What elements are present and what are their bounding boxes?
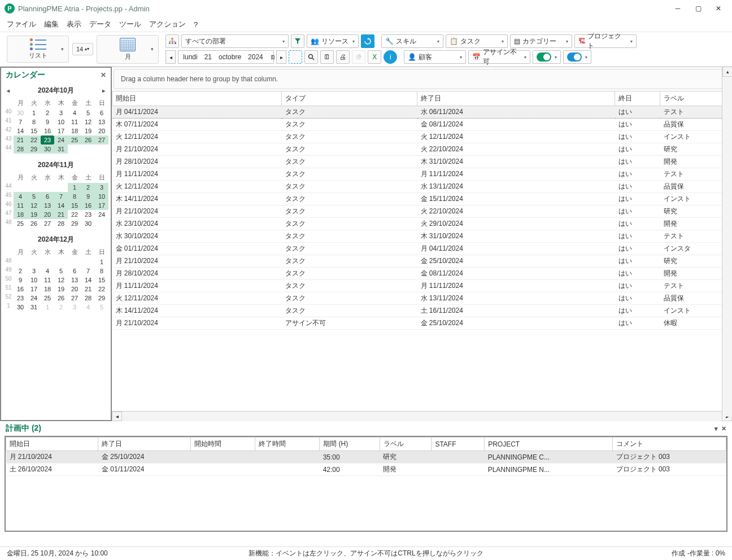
cal-day[interactable]: 23 — [14, 294, 27, 303]
menu-item[interactable]: ツール — [119, 19, 141, 29]
resource-combo[interactable]: 👥リソース▾ — [307, 34, 359, 48]
skill-combo[interactable]: 🔧スキル▾ — [381, 34, 443, 48]
cal-day[interactable]: 6 — [41, 192, 54, 201]
cal-day[interactable]: 15 — [27, 126, 41, 135]
unassign-combo[interactable]: 📅アサイン不可▾ — [468, 50, 530, 64]
maximize-button[interactable]: ▢ — [695, 5, 702, 12]
table-row[interactable]: 月 04/11/2024タスク水 06/11/2024はいテスト — [112, 106, 732, 119]
cal-day[interactable]: 21 — [14, 135, 27, 145]
project-combo[interactable]: 🏗プロジェクト▾ — [574, 34, 637, 48]
table-row[interactable]: 月 11/11/2024タスク月 11/11/2024はいテスト — [112, 280, 732, 292]
cal-day[interactable]: 14 — [54, 201, 68, 210]
cal-day[interactable]: 22 — [68, 210, 81, 219]
table-row[interactable]: 木 14/11/2024タスク土 16/11/2024はいインスト — [112, 305, 732, 317]
cal-day[interactable]: 11 — [68, 117, 81, 126]
department-combo[interactable]: すべての部署▾ — [181, 34, 289, 48]
hierarchy-icon[interactable] — [165, 34, 179, 48]
cal-day[interactable]: 30 — [41, 145, 54, 154]
cal-day[interactable]: 25 — [68, 135, 81, 145]
cal-day[interactable]: 20 — [95, 126, 108, 135]
cal-day[interactable]: 7 — [14, 117, 27, 126]
cal-day[interactable]: 2 — [41, 108, 54, 117]
table-row[interactable]: 月 21/10/2024タスク火 22/10/2024はい研究 — [112, 205, 732, 218]
cal-day[interactable]: 31 — [54, 145, 68, 154]
cal-day[interactable]: 15 — [68, 201, 81, 210]
cal-day[interactable] — [54, 183, 68, 192]
date-picker[interactable]: lundi 21 octobre 2024 🗓 — [178, 50, 274, 64]
cal-day[interactable]: 2 — [14, 266, 27, 275]
cal-day[interactable]: 7 — [54, 192, 68, 201]
cal-day[interactable]: 6 — [95, 108, 108, 117]
cal-day[interactable]: 14 — [14, 126, 27, 135]
menu-item[interactable]: 編集 — [44, 19, 59, 29]
cal-day[interactable]: 27 — [68, 294, 81, 303]
cal-day[interactable]: 9 — [41, 117, 54, 126]
cal-day[interactable]: 12 — [81, 117, 95, 126]
selection-rect-icon[interactable] — [289, 50, 302, 64]
cal-day[interactable]: 1 — [41, 303, 54, 312]
cal-day[interactable]: 2 — [54, 303, 68, 312]
column-header[interactable]: 開始日 — [112, 91, 282, 106]
cal-day[interactable]: 11 — [14, 201, 27, 210]
cal-day[interactable]: 13 — [68, 275, 81, 285]
table-row[interactable]: 水 23/10/2024タスク火 29/10/2024はい開発 — [112, 218, 732, 230]
cal-prev-icon[interactable]: ◂ — [7, 88, 10, 94]
cal-day[interactable]: 20 — [68, 285, 81, 294]
column-header[interactable]: PROJECT — [485, 438, 613, 451]
menu-item[interactable]: ? — [194, 20, 198, 29]
cal-day[interactable]: 8 — [27, 117, 41, 126]
cal-day[interactable]: 17 — [54, 126, 68, 135]
table-row[interactable]: 月 21/10/2024アサイン不可金 25/10/2024はい休暇 — [112, 317, 732, 330]
cal-day[interactable]: 13 — [41, 201, 54, 210]
column-header[interactable]: 開始日 — [6, 438, 98, 451]
table-row[interactable]: 水 30/10/2024タスク木 31/10/2024はいテスト — [112, 230, 732, 243]
cal-day[interactable]: 22 — [27, 135, 41, 145]
cal-day[interactable] — [68, 257, 81, 266]
table-row[interactable]: 月 28/10/2024タスク金 08/11/2024はい開発 — [112, 268, 732, 280]
cal-day[interactable]: 15 — [95, 275, 108, 285]
vertical-scrollbar[interactable]: ▴ — [722, 67, 732, 417]
table-row[interactable]: 月 21/10/2024金 25/10/202435:00研究PLANNINGP… — [6, 451, 726, 463]
menu-item[interactable]: ファイル — [7, 19, 36, 29]
column-header[interactable]: 開始時間 — [190, 438, 255, 451]
excel-export-icon[interactable]: X — [368, 50, 381, 64]
horizontal-scrollbar[interactable]: ◂▸ — [112, 411, 732, 421]
cal-day[interactable]: 29 — [95, 294, 108, 303]
column-header[interactable]: 終日 — [615, 91, 660, 106]
cal-day[interactable]: 7 — [81, 266, 95, 275]
cal-day[interactable]: 16 — [81, 201, 95, 210]
cal-day[interactable] — [95, 219, 108, 228]
column-header[interactable]: コメント — [613, 438, 726, 451]
cal-day[interactable] — [14, 257, 27, 266]
cal-day[interactable] — [81, 257, 95, 266]
cal-day[interactable]: 14 — [81, 275, 95, 285]
cal-day[interactable]: 20 — [41, 210, 54, 219]
table-row[interactable]: 火 12/11/2024タスク水 13/11/2024はい品質保 — [112, 181, 732, 193]
group-by-hint[interactable]: Drag a column header here to group by th… — [114, 69, 730, 89]
table-row[interactable]: 月 28/10/2024タスク木 31/10/2024はい開発 — [112, 156, 732, 168]
cal-day[interactable]: 24 — [95, 210, 108, 219]
cal-day[interactable] — [27, 257, 41, 266]
table-row[interactable]: 土 26/10/2024金 01/11/202442:00開発PLANNINGP… — [6, 463, 726, 476]
cal-day[interactable]: 5 — [95, 303, 108, 312]
customer-combo[interactable]: 👤顧客▾ — [404, 50, 466, 64]
cal-day[interactable]: 1 — [27, 108, 41, 117]
cal-day[interactable]: 4 — [14, 192, 27, 201]
cal-day[interactable]: 5 — [54, 266, 68, 275]
cal-day[interactable]: 21 — [81, 285, 95, 294]
cal-day[interactable]: 19 — [81, 126, 95, 135]
panel-collapse-icon[interactable]: ▾ — [714, 425, 718, 432]
cal-day[interactable] — [95, 145, 108, 154]
filter-icon[interactable] — [291, 34, 304, 48]
cal-day[interactable]: 16 — [41, 126, 54, 135]
cal-day[interactable]: 4 — [41, 266, 54, 275]
cal-day[interactable]: 22 — [95, 285, 108, 294]
cal-day[interactable]: 1 — [68, 183, 81, 192]
cal-day[interactable] — [54, 257, 68, 266]
cal-day[interactable]: 3 — [68, 303, 81, 312]
column-header[interactable]: ラベル — [380, 438, 432, 451]
search-icon[interactable] — [304, 50, 318, 64]
cal-day[interactable]: 19 — [54, 285, 68, 294]
cal-day[interactable]: 18 — [14, 210, 27, 219]
cal-day[interactable]: 28 — [14, 145, 27, 154]
